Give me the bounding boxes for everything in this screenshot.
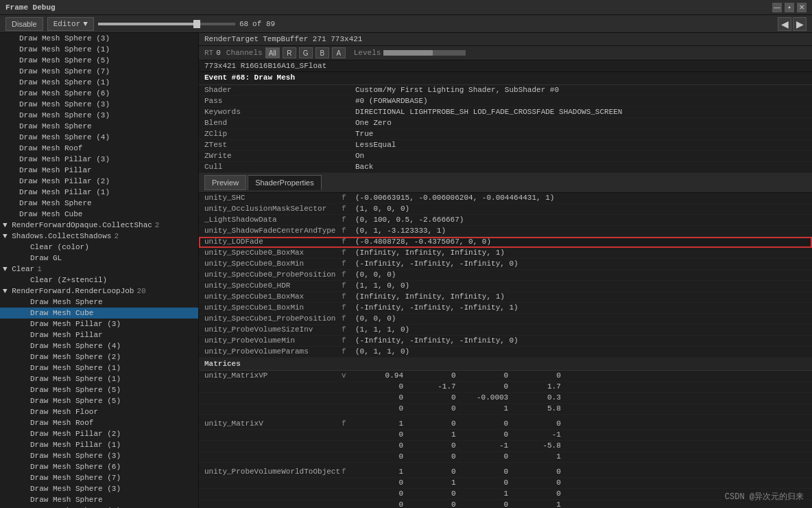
tree-item[interactable]: ▼ RenderForward.RenderLoopJob20 bbox=[0, 286, 198, 297]
shader-prop-row: unity_SpecCube0_ProbePosition f (0, 0, 0… bbox=[199, 270, 812, 281]
render-target-label: RenderTarget bbox=[204, 35, 259, 43]
tab-preview[interactable]: Preview bbox=[204, 175, 246, 190]
prop-key: ZTest bbox=[204, 141, 342, 149]
tree-item-label: Draw Mesh Sphere (5) bbox=[30, 386, 121, 394]
prop-val: One Zero bbox=[355, 119, 807, 127]
tree-item[interactable]: Draw Mesh Sphere (2) bbox=[0, 351, 198, 362]
shader-prop-row: unity_ShadowFadeCenterAndType f (0, 1, -… bbox=[199, 226, 812, 237]
tree-item[interactable]: Draw Mesh Sphere (5) bbox=[0, 395, 198, 406]
prev-button[interactable]: ◀ bbox=[778, 17, 791, 31]
tree-item[interactable]: Draw Mesh Sphere (3) bbox=[0, 450, 198, 461]
shader-prop-val: (-0.4808728, -0.4375067, 0, 0) bbox=[355, 238, 807, 246]
tree-item[interactable]: Draw Mesh Cube bbox=[0, 209, 198, 220]
tree-item[interactable]: Draw Mesh Sphere (1) bbox=[0, 362, 198, 373]
tree-item[interactable]: Draw Mesh Cube bbox=[0, 308, 198, 319]
matrix-row: 0 0 -0.0003 0.3 bbox=[199, 393, 812, 404]
frame-slider[interactable] bbox=[98, 23, 235, 25]
tree-item-label: Draw Mesh Sphere bbox=[30, 298, 103, 306]
close-btn[interactable]: ✕ bbox=[797, 3, 807, 12]
tree-item[interactable]: Draw Mesh Sphere (6) bbox=[0, 88, 198, 99]
tab-shader-properties[interactable]: ShaderProperties bbox=[248, 175, 322, 190]
tree-item[interactable]: Draw Mesh Sphere (4) bbox=[0, 340, 198, 351]
shader-prop-val: (0, 0, 0) bbox=[355, 314, 807, 323]
tree-item[interactable]: Draw Mesh Sphere (4) bbox=[0, 132, 198, 143]
tree-item[interactable]: Clear (color) bbox=[0, 242, 198, 253]
tree-item[interactable]: Draw Mesh Sphere (1) bbox=[0, 77, 198, 88]
tree-item[interactable]: ▼ RenderForwardOpaque.CollectShac2 bbox=[0, 220, 198, 231]
main-layout: Draw Mesh Sphere (3)Draw Mesh Sphere (1)… bbox=[0, 33, 812, 508]
tree-item[interactable]: Draw Mesh Roof bbox=[0, 143, 198, 154]
tree-item-label: Draw Mesh Pillar bbox=[30, 331, 103, 339]
tree-item[interactable]: Draw Mesh Sphere (3) bbox=[0, 99, 198, 110]
tree-item[interactable]: Draw Mesh Sphere (5) bbox=[0, 384, 198, 395]
tree-item[interactable]: Draw Mesh Pillar (3) bbox=[0, 319, 198, 330]
minimize-btn[interactable]: — bbox=[772, 3, 782, 12]
prop-val: Custom/My First Lighting Shader, SubShad… bbox=[355, 86, 807, 94]
tree-item[interactable]: ▼ Shadows.CollectShadows2 bbox=[0, 231, 198, 242]
shader-prop-key: unity_OcclusionMaskSelector bbox=[204, 205, 342, 213]
channel-b-btn[interactable]: B bbox=[315, 47, 329, 58]
tree-item-label: Draw Mesh Pillar (3) bbox=[30, 320, 121, 328]
matrix-type: v bbox=[342, 371, 355, 380]
tree-item[interactable]: Draw Mesh Sphere (3) bbox=[0, 33, 198, 44]
tree-item-label: Clear (Z+stencil) bbox=[30, 276, 107, 284]
maximize-btn[interactable]: ▪ bbox=[785, 3, 794, 12]
tree-item[interactable]: Draw Mesh Pillar (1) bbox=[0, 439, 198, 450]
tree-item[interactable]: Draw Mesh Pillar bbox=[0, 330, 198, 340]
tree-item[interactable]: Draw Mesh Sphere (1) bbox=[0, 373, 198, 384]
tree-item[interactable]: ▼ Clear1 bbox=[0, 264, 198, 275]
tree-item[interactable]: Draw Mesh Roof bbox=[0, 417, 198, 428]
next-button[interactable]: ▶ bbox=[793, 17, 807, 31]
shader-prop-row: unity_SpecCube1_ProbePosition f (0, 0, 0… bbox=[199, 314, 812, 325]
tree-item[interactable]: Draw Mesh Pillar (2) bbox=[0, 176, 198, 187]
channel-a-btn[interactable]: A bbox=[332, 47, 346, 58]
tree-item-label: Draw Mesh Pillar (2) bbox=[19, 177, 110, 185]
tree-item[interactable]: Draw Mesh Sphere bbox=[0, 198, 198, 209]
tree-item-label: Draw Mesh Cube bbox=[30, 309, 93, 317]
tree-item[interactable]: Draw Mesh Sphere (1) bbox=[0, 44, 198, 55]
matrix-row: 0 1 0 0 bbox=[199, 478, 812, 489]
levels-bar[interactable] bbox=[383, 50, 466, 56]
prop-val: DIRECTIONAL LIGHTPROBE_SH LOD_FADE_CROSS… bbox=[355, 108, 807, 116]
tree-item[interactable]: Draw Mesh Pillar (1) bbox=[0, 187, 198, 198]
channel-g-btn[interactable]: G bbox=[299, 47, 313, 58]
tree-item[interactable]: Draw Mesh Pillar bbox=[0, 165, 198, 176]
tree-item[interactable]: Draw Mesh Sphere (4) bbox=[0, 505, 198, 508]
tree-item-badge: 20 bbox=[136, 287, 145, 295]
tree-item[interactable]: Draw GL bbox=[0, 253, 198, 264]
shader-prop-row: unity_SpecCube0_HDR f (1, 1, 0, 0) bbox=[199, 281, 812, 292]
editor-dropdown[interactable]: Editor ▼ bbox=[47, 17, 94, 31]
tree-item[interactable]: Draw Mesh Sphere (7) bbox=[0, 472, 198, 483]
tree-item[interactable]: Draw Mesh Pillar (2) bbox=[0, 428, 198, 439]
tree-item[interactable]: Clear (Z+stencil) bbox=[0, 275, 198, 286]
matrix-row: 0 1 0 -1 bbox=[199, 430, 812, 441]
tree-item-badge: 2 bbox=[155, 221, 160, 229]
channel-r-btn[interactable]: R bbox=[283, 47, 296, 58]
tree-item[interactable]: Draw Mesh Sphere bbox=[0, 121, 198, 132]
shader-prop-val: (-Infinity, -Infinity, -Infinity, 0) bbox=[355, 259, 807, 268]
render-target-value: TempBuffer 271 773x421 bbox=[263, 35, 362, 43]
slider-value: 68 bbox=[239, 20, 248, 28]
tree-item[interactable]: Draw Mesh Sphere (6) bbox=[0, 461, 198, 472]
shader-prop-val: (0, 1, 1, 0) bbox=[355, 347, 807, 356]
tree-item[interactable]: Draw Mesh Pillar (3) bbox=[0, 154, 198, 165]
tree-item[interactable]: Draw Mesh Sphere bbox=[0, 494, 198, 505]
tree-item[interactable]: Draw Mesh Sphere (3) bbox=[0, 110, 198, 121]
shader-prop-val: (0, 0, 0) bbox=[355, 270, 807, 279]
matrix-row: unity_MatrixVPv 0.94 0 0 0 bbox=[199, 371, 812, 382]
tree-item-label: Draw Mesh Sphere (1) bbox=[30, 364, 121, 372]
format-bar: 773x421 R16G16B16A16_SFloat bbox=[199, 60, 812, 72]
tree-item[interactable]: Draw Mesh Sphere bbox=[0, 297, 198, 308]
tree-item[interactable]: Draw Mesh Sphere (7) bbox=[0, 66, 198, 77]
shader-prop-row: unity_SpecCube0_BoxMax f (Infinity, Infi… bbox=[199, 248, 812, 259]
matrix-row: 0 0 0 1 bbox=[199, 452, 812, 463]
right-panel: RenderTarget TempBuffer 271 773x421 RT 0… bbox=[199, 33, 812, 508]
shader-prop-type: f bbox=[342, 303, 355, 312]
shader-prop-row: unity_OcclusionMaskSelector f (1, 0, 0, … bbox=[199, 204, 812, 215]
channel-all-btn[interactable]: All bbox=[265, 47, 280, 58]
disable-button[interactable]: Disable bbox=[5, 17, 43, 31]
tree-item[interactable]: Draw Mesh Sphere (5) bbox=[0, 55, 198, 66]
tree-item[interactable]: Draw Mesh Floor bbox=[0, 406, 198, 417]
tree-item-label: Draw Mesh Sphere (3) bbox=[19, 34, 110, 43]
tree-item[interactable]: Draw Mesh Sphere (3) bbox=[0, 483, 198, 494]
